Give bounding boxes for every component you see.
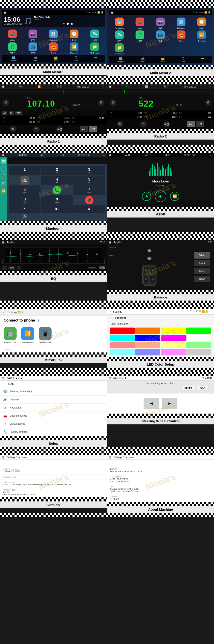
nav2-music[interactable]: 🎵 Music [181, 57, 185, 62]
nav-more-1[interactable]: ⋯ [94, 56, 97, 62]
dial-delete-btn[interactable]: ⌫ [20, 176, 29, 184]
sw-next-control[interactable]: ► [162, 398, 178, 409]
app2-avin[interactable]: 📡 AViN [110, 30, 129, 42]
sw-reset-btn[interactable]: RESET [182, 386, 195, 391]
app-radio[interactable]: 📻 Radio [44, 42, 63, 54]
led-nav-back[interactable]: ← [110, 316, 113, 320]
color-peach[interactable] [135, 342, 160, 348]
eq-preset-flat[interactable]: Flat [8, 266, 15, 270]
color-orange[interactable] [135, 328, 160, 334]
android-wifi-icon[interactable]: 📶 Android WiFi [21, 327, 34, 344]
a2dp-prev-btn[interactable]: ⏮ [142, 192, 151, 201]
color-lightblue[interactable] [135, 349, 160, 356]
color-red[interactable] [110, 328, 135, 334]
app2-a2dp[interactable]: 🎵 A2DP [130, 30, 149, 42]
dial-end-btn[interactable]: 📵 [85, 196, 94, 204]
color-green[interactable] [186, 328, 211, 334]
user-btn[interactable]: User [194, 268, 210, 274]
nav2-video[interactable]: 📹 Video [140, 57, 144, 62]
version-back-btn[interactable]: ← [3, 461, 6, 465]
nav2-radio[interactable]: 📻 Radio [161, 57, 165, 62]
radio-1-next-btn[interactable]: K [98, 100, 104, 106]
a2dp-ff-btn[interactable]: ⏩ [170, 192, 179, 201]
app-filebrowser[interactable]: 📁 FileBrowser [85, 42, 104, 54]
color-lightcyan[interactable] [110, 349, 135, 356]
iphone-wifi-icon[interactable]: 📱 iPhone WiFi [39, 327, 52, 344]
radio-scan-btn-2[interactable]: ((•)) [163, 121, 170, 127]
dial-key-1[interactable]: 1 [9, 166, 40, 175]
app-clock[interactable]: 🕐 Clock [64, 30, 84, 41]
preset-2-6[interactable]: P6522 [178, 115, 212, 118]
about-back-btn[interactable]: ← [110, 461, 113, 465]
preset-1-4[interactable]: P4108.00 [2, 120, 36, 124]
nav-radio-1[interactable]: 📻 Radio [54, 56, 58, 62]
app-video[interactable]: 📹 Video [3, 30, 22, 41]
app2-radio[interactable]: 📻 Radio [171, 30, 191, 42]
app-dvr[interactable]: 📷 DVR [23, 30, 42, 41]
preset-2-4[interactable]: P41404 [109, 115, 143, 118]
dial-key-3[interactable]: 3def [73, 166, 105, 175]
loudness-toggle[interactable] [99, 266, 105, 270]
fm-btn-1[interactable]: FM [89, 126, 97, 132]
nav-video-1[interactable]: 📹 Video [33, 56, 37, 62]
setup-back-btn[interactable]: ← [3, 382, 6, 386]
nav2-navigation[interactable]: 🗺️ Navigation [117, 57, 124, 62]
radio-scan-btn-1[interactable]: ((•)) [56, 126, 63, 132]
front-btn[interactable]: Front [194, 260, 210, 266]
color-lightgray[interactable] [186, 349, 211, 356]
dial-key-9[interactable]: 9wxyz [41, 195, 73, 205]
setup-item-driving[interactable]: 🚗 Driving settings [0, 412, 107, 420]
app-avin[interactable]: 📡 AViN [85, 30, 104, 41]
radio-fav-btn-2[interactable]: ♡ [140, 121, 147, 127]
dial-key-0[interactable]: 0+ [41, 205, 73, 213]
bt-dialpad-btn[interactable]: ⌨ [1, 159, 6, 164]
led-back-icon[interactable]: ← Settings [110, 310, 122, 313]
sw-prev-control[interactable]: ◄ [144, 398, 159, 409]
setup-item-steering[interactable]: ⚙️ Steering wheel keys [0, 388, 107, 396]
android-usb-icon[interactable]: 🤖 Android USB [4, 327, 16, 344]
app2-video[interactable]: 📹 Video [130, 18, 149, 29]
preset-2-3[interactable]: P3999 [178, 112, 212, 115]
prev-btn-1[interactable]: ⏮ [63, 22, 66, 25]
dial-settings-btn[interactable]: ⚙ [22, 214, 27, 219]
play-btn-1[interactable]: ▶ [67, 22, 70, 25]
dial-key-6[interactable]: 6mno [9, 186, 40, 195]
setup-item-factory[interactable]: 🔧 Factory settings [0, 428, 107, 436]
app-bt[interactable]: 📶 Bluetooth [64, 42, 84, 54]
color-blue[interactable] [135, 335, 160, 341]
color-magenta[interactable] [161, 335, 186, 341]
dial-key-hash[interactable]: # [73, 205, 105, 213]
radio-1-prev-btn[interactable]: K [3, 100, 9, 106]
app2-dvb[interactable]: 📺 DVB [151, 30, 170, 42]
nav2-more[interactable]: ⋯ [201, 57, 204, 62]
color-lightyellow[interactable] [161, 342, 186, 348]
am-btn-2[interactable]: AM [187, 121, 195, 127]
radio-search-btn-2[interactable]: 🔍 [117, 121, 123, 127]
setup-item-amplifier[interactable]: 🔊 Amplifier [0, 396, 107, 404]
preset-1-5[interactable]: P587.50 [37, 120, 71, 124]
dial-key-7[interactable]: 7pqrs [73, 186, 105, 195]
app-a2dp[interactable]: 🎵 A2DP [3, 42, 22, 54]
sw-save-btn[interactable]: SAVE [197, 386, 209, 391]
radio-search-btn-1[interactable]: 🔍 [10, 126, 16, 132]
eq-next-btn[interactable]: › [17, 266, 21, 270]
color-pink[interactable] [110, 342, 135, 348]
a2dp-next-btn[interactable]: ⏭ [155, 190, 166, 202]
mirror-back-icon[interactable]: ← [3, 311, 5, 314]
setup-item-navigation[interactable]: 🔺 Navigation [0, 404, 107, 412]
color-lightmagenta[interactable] [161, 349, 186, 356]
color-yellow[interactable] [161, 328, 186, 334]
dial-call-btn[interactable]: 📞 [53, 186, 61, 194]
setup-item-extra[interactable]: ⚡ Extra settings [0, 420, 107, 428]
bt-search-btn[interactable]: 🔍 [1, 181, 6, 186]
color-white[interactable] [186, 335, 211, 341]
app-calculator[interactable]: 🔢 Calculator [44, 30, 63, 41]
bt-contacts-btn[interactable]: 👤 [1, 166, 6, 172]
dial-key-5[interactable]: 5jkl [73, 176, 105, 185]
preset-1-6[interactable]: P6 [71, 120, 105, 124]
radio-2-next-btn[interactable]: K [205, 100, 211, 106]
af-tag[interactable]: AF [2, 112, 7, 115]
app2-calc[interactable]: 🔢 Calculator [171, 18, 191, 29]
color-lightgreen[interactable] [186, 342, 211, 348]
preset-2-2[interactable]: P2603 [144, 112, 178, 115]
